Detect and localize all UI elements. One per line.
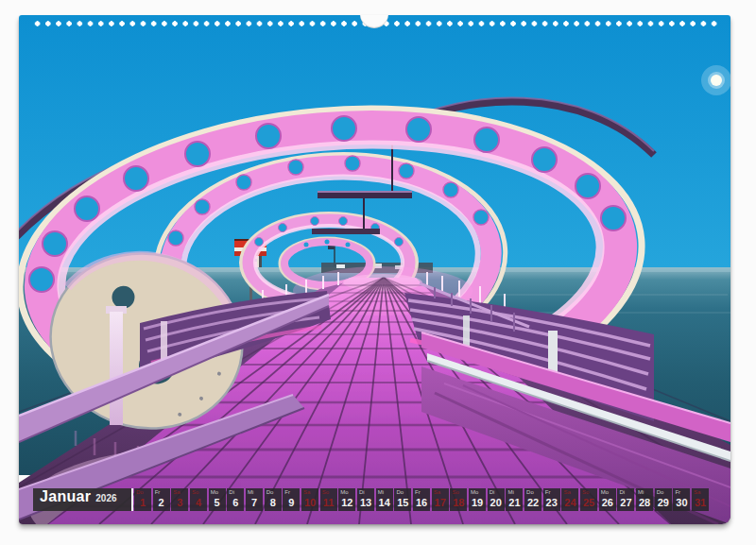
day-number: 25 xyxy=(580,497,597,508)
calendar-day-cell: So11 xyxy=(320,488,337,511)
calendar-day-cell: Di13 xyxy=(357,488,374,511)
weekday-abbr: Di xyxy=(619,489,625,495)
calendar-day-cell: Di6 xyxy=(227,488,244,511)
calendar-day-cell: Mi7 xyxy=(246,488,263,511)
calendar-day-cell: Do1 xyxy=(134,488,151,511)
calendar-day-cell: Do15 xyxy=(394,488,411,511)
calendar-day-cell: Mi14 xyxy=(376,488,393,511)
weekday-abbr: Mo xyxy=(471,489,478,495)
weekday-abbr: Fr xyxy=(284,489,290,495)
calendar-day-cell: Sa17 xyxy=(432,488,449,511)
weekday-abbr: So xyxy=(452,489,458,495)
day-number: 18 xyxy=(450,497,467,508)
day-number: 7 xyxy=(246,497,263,508)
weekday-abbr: Do xyxy=(526,489,534,495)
day-number: 26 xyxy=(599,497,616,508)
weekday-abbr: So xyxy=(322,489,329,495)
calendar-day-cell: Sa31 xyxy=(692,488,709,511)
weekday-abbr: Sa xyxy=(434,489,440,495)
year-label: 2026 xyxy=(95,493,116,503)
day-number: 2 xyxy=(153,497,170,508)
calendar-day-cell: Fr2 xyxy=(153,488,170,511)
day-number: 12 xyxy=(338,497,355,508)
calendar-day-cell: Di27 xyxy=(617,488,634,511)
calendar-day-cell: Mo12 xyxy=(338,488,355,511)
calendar-day-cell: Mi28 xyxy=(636,488,653,511)
calendar-day-cell: Mo26 xyxy=(599,488,616,511)
weekday-abbr: Do xyxy=(657,489,664,495)
calendar-day-cell: Mi21 xyxy=(506,488,523,511)
weekday-abbr: Fr xyxy=(545,489,551,495)
day-number: 28 xyxy=(636,497,653,508)
calendar-day-cell: Mo5 xyxy=(209,488,226,511)
calendar-page: Januar 2026 Do1Fr2Sa3So4Mo5Di6Mi7Do8Fr9S… xyxy=(19,15,730,524)
calendar-day-cell: Do8 xyxy=(265,488,282,511)
day-number: 14 xyxy=(376,497,393,508)
day-number: 1 xyxy=(134,497,151,508)
calendar-day-cell: Fr30 xyxy=(673,488,690,511)
day-number: 19 xyxy=(469,497,486,508)
weekday-abbr: Di xyxy=(490,489,495,495)
calendar-day-cell: So25 xyxy=(580,488,597,511)
calendar-photo xyxy=(19,15,730,524)
calendar-day-cell: Mo19 xyxy=(469,488,486,511)
weekday-abbr: Fr xyxy=(155,489,161,495)
calendar-day-cell: Do22 xyxy=(524,488,541,511)
calendar-day-cell: Fr23 xyxy=(543,488,560,511)
weekday-abbr: Di xyxy=(359,489,365,495)
weekday-abbr: Fr xyxy=(415,489,421,495)
day-number: 6 xyxy=(227,497,244,508)
day-number: 15 xyxy=(394,497,411,508)
calendar-product-shot: Januar 2026 Do1Fr2Sa3So4Mo5Di6Mi7Do8Fr9S… xyxy=(0,0,756,545)
calendar-day-cell: Di20 xyxy=(488,488,505,511)
calendar-day-cell: Sa3 xyxy=(171,488,188,511)
weekday-abbr: Mi xyxy=(248,489,253,495)
day-number: 24 xyxy=(561,497,578,508)
day-number: 23 xyxy=(543,497,560,508)
day-number: 30 xyxy=(673,497,690,508)
date-strip-separator xyxy=(131,488,133,511)
day-number: 13 xyxy=(357,497,374,508)
day-number: 10 xyxy=(301,497,318,508)
weekday-abbr: Fr xyxy=(675,489,680,495)
month-year-label: Januar 2026 xyxy=(33,488,131,511)
weekday-abbr: Mo xyxy=(211,489,218,495)
weekday-abbr: Sa xyxy=(303,489,310,495)
weekday-abbr: Di xyxy=(229,489,234,495)
weekday-abbr: Sa xyxy=(173,489,180,495)
day-number: 17 xyxy=(432,497,449,508)
weekday-abbr: Mo xyxy=(340,489,348,495)
calendar-day-cell: So18 xyxy=(450,488,467,511)
calendar-day-cell: Sa24 xyxy=(561,488,578,511)
day-number: 22 xyxy=(524,497,541,508)
calendar-day-cell: Fr16 xyxy=(413,488,430,511)
weekday-abbr: Mi xyxy=(507,489,513,495)
day-number: 8 xyxy=(265,497,282,508)
calendar-day-cell: Fr9 xyxy=(283,488,300,511)
day-number: 5 xyxy=(209,497,226,508)
day-number: 20 xyxy=(488,497,505,508)
day-number: 4 xyxy=(190,497,207,508)
weekday-abbr: Mi xyxy=(638,489,644,495)
month-label: Januar xyxy=(40,488,91,505)
weekday-abbr: Mo xyxy=(601,489,609,495)
moon xyxy=(701,65,730,95)
day-number: 29 xyxy=(655,497,672,508)
weekday-abbr: Mi xyxy=(378,489,384,495)
day-number: 21 xyxy=(506,497,523,508)
weekday-abbr: So xyxy=(192,489,198,495)
day-number: 31 xyxy=(692,497,709,508)
day-number: 16 xyxy=(413,497,430,508)
calendar-day-cell: Sa10 xyxy=(301,488,318,511)
weekday-abbr: Do xyxy=(136,489,144,495)
calendar-day-cell: Do29 xyxy=(655,488,672,511)
weekday-abbr: So xyxy=(582,489,589,495)
weekday-abbr: Sa xyxy=(694,489,700,495)
day-number: 11 xyxy=(320,497,337,508)
weekday-abbr: Do xyxy=(396,489,404,495)
day-number: 9 xyxy=(283,497,300,508)
calendar-day-cell: So4 xyxy=(190,488,207,511)
weekday-abbr: Sa xyxy=(563,489,570,495)
weekday-abbr: Do xyxy=(266,489,274,495)
day-number: 3 xyxy=(171,497,188,508)
